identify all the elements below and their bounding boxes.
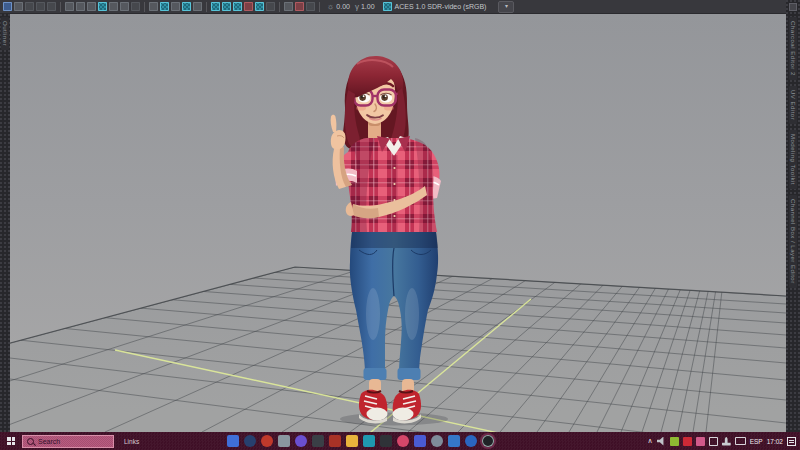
app-yellow-folder-icon[interactable]: [346, 435, 358, 447]
display-tray-icon[interactable]: [709, 437, 718, 446]
character-3d-model[interactable]: [315, 52, 465, 427]
resolution-gate-icon[interactable]: [120, 2, 129, 11]
exposure-control[interactable]: ☼ 0.00: [327, 0, 350, 14]
anti-aliasing-icon[interactable]: [255, 2, 264, 11]
app-teal-icon[interactable]: [363, 435, 375, 447]
exposure-icon: ☼: [327, 0, 334, 14]
app-dark-red-icon[interactable]: [329, 435, 341, 447]
use-default-material-icon[interactable]: [193, 2, 202, 11]
app-gray-cloud-icon[interactable]: [431, 435, 443, 447]
volume-icon[interactable]: [657, 437, 666, 446]
links-toolbar-label[interactable]: Links: [124, 438, 139, 445]
viewport-toolbar: ☼ 0.00 γ 1.00 ACES 1.0 SDR-video (sRGB) …: [0, 0, 786, 14]
language-indicator[interactable]: ESP: [750, 438, 763, 445]
view-transform-label: ACES 1.0 SDR-video (sRGB): [395, 0, 487, 14]
color-management-icon: [383, 2, 392, 11]
exposure-value[interactable]: 0.00: [336, 0, 350, 14]
toolbar-separator: [279, 2, 280, 12]
grease-pencil-icon[interactable]: [87, 2, 96, 11]
gamma-value[interactable]: 1.00: [361, 0, 375, 14]
search-placeholder: Search: [38, 438, 60, 445]
green-tray-icon[interactable]: [670, 437, 679, 446]
wireframe-on-shaded-icon[interactable]: [171, 2, 180, 11]
x-ray-icon[interactable]: [295, 2, 304, 11]
grid-toggle-icon[interactable]: [98, 2, 107, 11]
isolate-select-icon[interactable]: [284, 2, 293, 11]
app-active-maya-icon[interactable]: [482, 435, 494, 447]
app-purple-round-icon[interactable]: [295, 435, 307, 447]
right-panel-strip: Charcoal Editor 2 UV Editor Modeling Too…: [786, 0, 800, 432]
clock[interactable]: 17:02: [767, 438, 783, 445]
magenta-tray-icon[interactable]: [696, 437, 705, 446]
touch-keyboard-icon[interactable]: [735, 437, 746, 445]
app-indigo-icon[interactable]: [414, 435, 426, 447]
joint-x-ray-icon[interactable]: [306, 2, 315, 11]
right-panel-tab-1[interactable]: UV Editor: [789, 86, 797, 124]
windows-logo-icon: [7, 437, 15, 445]
wireframe-icon[interactable]: [149, 2, 158, 11]
search-icon: [27, 438, 34, 445]
left-panel-strip: Outliner: [0, 14, 10, 432]
app-dark-gray-icon[interactable]: [312, 435, 324, 447]
image-plane-icon[interactable]: [65, 2, 74, 11]
toolbar-separator: [60, 2, 61, 12]
app-blue-round-icon[interactable]: [465, 435, 477, 447]
hidden-icons-chevron[interactable]: ∧: [648, 432, 653, 450]
depth-of-field-icon[interactable]: [266, 2, 275, 11]
3d-viewport[interactable]: [10, 14, 786, 432]
app-pink-ring-icon[interactable]: [397, 435, 409, 447]
taskbar-app-icons: [227, 435, 494, 447]
app-red-round-icon[interactable]: [261, 435, 273, 447]
shadows-icon[interactable]: [222, 2, 231, 11]
film-gate-icon[interactable]: [109, 2, 118, 11]
system-tray: ∧ ESP 17:02: [648, 432, 796, 450]
toolbar-overflow-dropdown[interactable]: ▾: [498, 1, 514, 13]
gamma-icon: γ: [355, 0, 359, 14]
camera-attributes-icon[interactable]: [36, 2, 45, 11]
left-panel-tab-outliner[interactable]: Outliner: [1, 17, 9, 50]
app-dark-blue-round-icon[interactable]: [244, 435, 256, 447]
select-camera-icon[interactable]: [14, 2, 23, 11]
chevron-down-icon: ▾: [505, 3, 508, 9]
bookmarks-icon[interactable]: [47, 2, 56, 11]
app-blue-speaker-icon[interactable]: [448, 435, 460, 447]
view-transform-dropdown[interactable]: ACES 1.0 SDR-video (sRGB): [383, 0, 487, 14]
toolbar-separator: [144, 2, 145, 12]
screen-space-ao-icon[interactable]: [233, 2, 242, 11]
two-d-pan-zoom-icon[interactable]: [76, 2, 85, 11]
lock-camera-icon[interactable]: [25, 2, 34, 11]
app-blue-window-icon[interactable]: [227, 435, 239, 447]
use-all-lights-icon[interactable]: [211, 2, 220, 11]
viewport-toolbar-icons: [3, 2, 315, 12]
toolbar-separator: [319, 2, 320, 12]
action-center-icon[interactable]: [787, 437, 796, 446]
renderer-menu-icon[interactable]: [3, 2, 12, 11]
windows-taskbar: Search Links ∧ ESP 17:02: [0, 432, 800, 450]
right-panel-tab-2[interactable]: Modeling Toolkit: [789, 130, 797, 189]
app-dark-check-icon[interactable]: [380, 435, 392, 447]
right-panel-tab-3[interactable]: Channel Box / Layer Editor: [789, 195, 797, 288]
textured-icon[interactable]: [182, 2, 191, 11]
red-tray-icon[interactable]: [683, 437, 692, 446]
app-gray-monitor-icon[interactable]: [278, 435, 290, 447]
start-button[interactable]: [0, 432, 22, 450]
taskbar-search[interactable]: Search: [22, 435, 114, 448]
right-panel-tab-0[interactable]: Charcoal Editor 2: [789, 17, 797, 80]
toolbar-separator: [206, 2, 207, 12]
panel-dock-icon[interactable]: [789, 3, 797, 11]
gamma-control[interactable]: γ 1.00: [355, 0, 375, 14]
usb-tray-icon[interactable]: [722, 437, 731, 446]
motion-blur-icon[interactable]: [244, 2, 253, 11]
smooth-shade-all-icon[interactable]: [160, 2, 169, 11]
gate-mask-icon[interactable]: [131, 2, 140, 11]
